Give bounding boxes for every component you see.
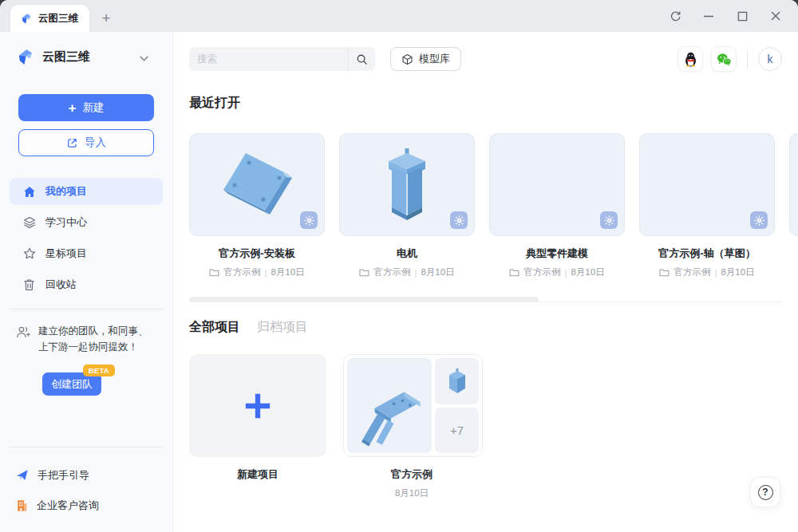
gear-icon: [454, 215, 464, 226]
qq-icon: [684, 52, 697, 67]
project-card: +7 官方示例 8月10日: [343, 354, 480, 499]
new-button-label: 新建: [82, 100, 104, 115]
sidebar-item-label: 星标项目: [45, 246, 87, 261]
model-library-label: 模型库: [419, 52, 450, 66]
card-settings-button[interactable]: [300, 211, 318, 229]
new-tab-button[interactable]: +: [94, 6, 118, 30]
brand-logo-icon: [17, 48, 35, 66]
meta-separator: |: [414, 268, 417, 278]
sidebar-item-enterprise-consult[interactable]: 企业客户咨询: [16, 499, 99, 513]
minimize-button[interactable]: [697, 5, 720, 27]
maximize-button[interactable]: [731, 5, 753, 27]
team-promo-text: 建立你的团队，和同事、 上下游一起协同提效！: [38, 323, 148, 355]
gear-icon: [604, 215, 614, 226]
star-icon: [22, 247, 36, 260]
help-button[interactable]: ?: [750, 477, 780, 507]
tab-archived-projects[interactable]: 归档项目: [257, 319, 308, 336]
cube-icon: [401, 53, 413, 65]
card-settings-button[interactable]: [600, 211, 618, 229]
recent-card-thumbnail[interactable]: [489, 133, 625, 236]
card-title: 官方示例: [343, 467, 480, 482]
search-box: [189, 47, 375, 71]
card-folder-name: 官方示例: [523, 266, 560, 278]
card-settings-button[interactable]: [750, 211, 768, 229]
import-icon: [66, 137, 78, 149]
tab-all-projects[interactable]: 全部项目: [189, 319, 240, 336]
new-project-button[interactable]: + 新建: [18, 94, 154, 121]
small-part-thumbnail: [448, 368, 467, 395]
app-tab[interactable]: 云图三维: [10, 5, 89, 32]
app-logo-icon: [21, 13, 33, 25]
plate-model-thumbnail: [209, 147, 305, 223]
sidebar-item-guide[interactable]: 手把手引导: [16, 468, 89, 483]
new-project-tile[interactable]: [189, 354, 326, 457]
user-avatar[interactable]: k: [758, 47, 782, 71]
card-meta: 官方示例 | 8月10日: [639, 266, 775, 278]
team-promo: 建立你的团队，和同事、 上下游一起协同提效！: [0, 309, 172, 355]
topbar: 模型库 k: [189, 47, 782, 71]
card-title: 典型零件建模: [489, 246, 625, 261]
sidebar: 云图三维 + 新建 导入 我的项目: [0, 32, 173, 532]
card-meta: 官方示例 | 8月10日: [339, 266, 475, 278]
horizontal-scrollbar-thumb[interactable]: [189, 297, 539, 302]
sidebar-item-label: 企业客户咨询: [37, 499, 99, 513]
app-window: 云图三维 + 云图三维: [0, 0, 798, 532]
card-title: 官方示例-安装板: [189, 246, 325, 261]
meta-separator: |: [564, 268, 567, 278]
layers-icon: [22, 216, 36, 229]
horizontal-scrollbar-track: [189, 297, 782, 302]
recent-card-thumbnail[interactable]: [789, 133, 798, 236]
sidebar-item-recycle-bin[interactable]: 回收站: [10, 271, 163, 298]
refresh-icon[interactable]: [664, 5, 686, 27]
card-date: 8月10日: [271, 266, 304, 278]
card-settings-button[interactable]: [450, 211, 468, 229]
brand-switcher[interactable]: 云图三维: [0, 32, 172, 66]
model-library-button[interactable]: 模型库: [390, 47, 461, 71]
card-date: 8月10日: [343, 487, 480, 499]
card-folder-name: 官方示例: [373, 266, 410, 278]
beta-badge: BETA: [83, 365, 115, 376]
card-meta: 官方示例 | 8月10日: [489, 266, 625, 278]
tab-strip: 云图三维 +: [0, 0, 798, 32]
card-title: 新建项目: [189, 467, 326, 482]
close-button[interactable]: [764, 5, 787, 27]
recent-card-thumbnail[interactable]: [189, 133, 325, 236]
meta-separator: |: [714, 268, 717, 278]
recent-heading: 最近打开: [189, 95, 782, 112]
qq-button[interactable]: [678, 46, 703, 72]
meta-separator: |: [264, 268, 267, 278]
card-date: 8月10日: [571, 266, 604, 278]
rocket-icon: [16, 469, 29, 482]
sidebar-item-label: 回收站: [45, 278, 77, 292]
project-tile[interactable]: +7: [343, 354, 483, 457]
project-main-thumbnail: [347, 358, 432, 453]
trash-icon: [22, 278, 36, 291]
motor-model-thumbnail: [371, 145, 443, 225]
import-button[interactable]: 导入: [18, 129, 154, 156]
wechat-button[interactable]: [711, 46, 737, 72]
new-project-card: 新建项目: [189, 354, 326, 499]
search-button[interactable]: [348, 47, 375, 71]
folder-icon: [659, 268, 670, 277]
home-icon: [22, 186, 36, 198]
divider: [10, 447, 163, 447]
card-date: 8月10日: [721, 266, 754, 278]
sidebar-item-learning-center[interactable]: 学习中心: [10, 209, 163, 236]
brand-name: 云图三维: [42, 49, 90, 65]
main-content: 模型库 k: [173, 32, 798, 532]
sidebar-item-my-projects[interactable]: 我的项目: [10, 178, 163, 205]
more-count-label: +7: [450, 424, 464, 437]
recent-card-thumbnail[interactable]: [639, 133, 775, 236]
sidebar-item-starred[interactable]: 星标项目: [10, 240, 163, 267]
recent-card-thumbnail[interactable]: [339, 133, 475, 236]
wechat-icon: [717, 53, 732, 66]
sidebar-item-label: 我的项目: [45, 184, 87, 199]
project-cards-row: 新建项目: [189, 354, 782, 499]
search-input[interactable]: [189, 53, 348, 65]
question-mark-icon: ?: [758, 485, 773, 500]
folder-icon: [509, 268, 519, 277]
chevron-down-icon: [140, 50, 148, 65]
card-meta: 官方示例 | 8月10日: [189, 266, 325, 278]
divider: [747, 50, 748, 69]
folder-icon: [359, 268, 369, 277]
